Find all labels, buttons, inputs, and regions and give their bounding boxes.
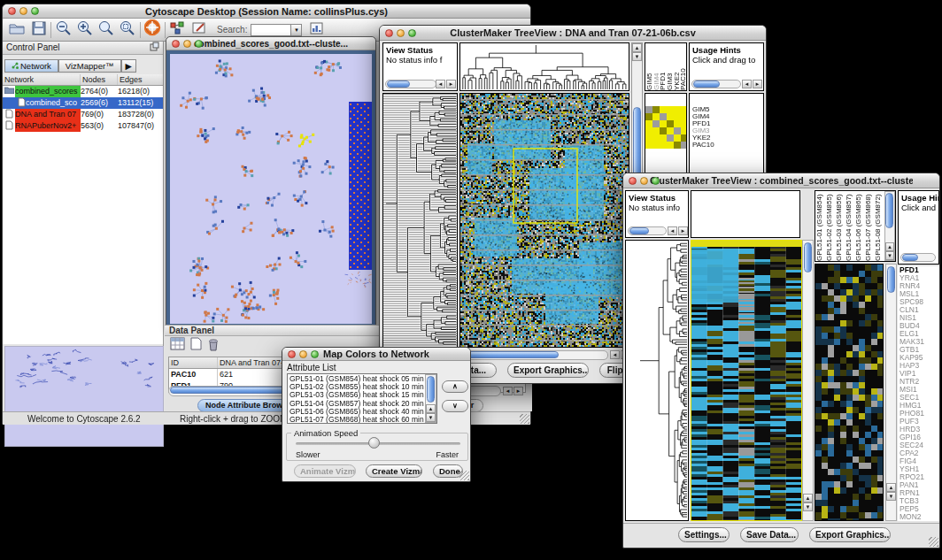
gene-label[interactable]: PAN1 <box>900 481 924 489</box>
matrix-cell[interactable] <box>652 142 660 149</box>
gene-label[interactable]: RNR4 <box>900 282 924 290</box>
column-dendrogram[interactable] <box>460 43 629 90</box>
gene-label[interactable]: CPA2 <box>900 449 924 457</box>
matrix-cell[interactable] <box>660 134 667 142</box>
col-network[interactable]: Network <box>3 74 81 85</box>
new-document-icon[interactable] <box>190 337 202 354</box>
matrix-cell[interactable] <box>674 120 681 127</box>
attribute-item[interactable]: GPL51-07 (GSM868) heat shock 60 min <box>290 416 424 424</box>
matrix-cell[interactable] <box>645 134 652 142</box>
sub-heatmap-canvas[interactable] <box>815 265 883 520</box>
tab-vizmapper[interactable]: VizMapper™ <box>58 59 121 73</box>
export-graphics-button[interactable]: Export Graphics... <box>809 527 891 542</box>
float-panel-icon[interactable] <box>150 42 159 55</box>
gene-label[interactable]: HRD3 <box>900 426 924 433</box>
matrix-cell[interactable] <box>652 120 660 127</box>
dialog-titlebar[interactable]: Map Colors to Network <box>282 348 470 361</box>
gene-label[interactable]: GPI16 <box>900 433 924 441</box>
matrix-cell[interactable] <box>660 127 667 134</box>
column-label[interactable]: GPL51-06 (GSM865) <box>855 192 865 261</box>
row-label[interactable]: PAC10 <box>692 142 714 149</box>
close-button[interactable] <box>629 177 637 185</box>
row-dendrogram[interactable] <box>383 94 457 347</box>
scroll-down-icon[interactable]: ▼ <box>885 251 894 260</box>
scroll-right-icon[interactable]: ► <box>678 226 688 235</box>
heatmap-hscrollbar[interactable] <box>459 350 608 360</box>
save-data-button[interactable]: Save Data... <box>740 527 799 542</box>
summary-matrix[interactable] <box>645 106 687 149</box>
gene-label[interactable]: NIS1 <box>900 314 924 322</box>
gene-label[interactable]: MSL1 <box>900 290 924 298</box>
column-dendrogram-panel[interactable] <box>691 190 800 238</box>
gene-list-vscrollbar[interactable]: ▲ ▼ <box>885 264 897 521</box>
row-dendrogram[interactable] <box>626 241 688 520</box>
minimize-button[interactable] <box>19 7 27 15</box>
scroll-left-icon[interactable]: ◄ <box>742 80 752 88</box>
gene-label[interactable]: SPC98 <box>900 298 924 306</box>
scroll-left-icon[interactable]: ◄ <box>610 350 620 359</box>
matrix-cell[interactable] <box>660 113 667 120</box>
matrix-cell[interactable] <box>645 142 652 149</box>
column-label[interactable]: GPL51-04 (GSM857) <box>845 192 855 261</box>
column-labels-vscrollbar[interactable]: ▲ ▼ <box>884 191 895 261</box>
trash-icon[interactable] <box>207 337 220 355</box>
main-titlebar[interactable]: Cytoscape Desktop (Session Name: collins… <box>3 4 530 19</box>
help-lifesaver-icon[interactable] <box>144 19 161 40</box>
minimize-button[interactable] <box>397 29 405 37</box>
matrix-cell[interactable] <box>652 127 660 134</box>
matrix-cell[interactable] <box>660 106 667 113</box>
done-button[interactable]: Done <box>433 464 463 478</box>
zoom-button[interactable] <box>311 350 319 358</box>
tabs-overflow-icon[interactable]: ▶ <box>121 59 136 73</box>
network-row[interactable]: RNAPuberNov2+ 563(0) 107847(0) <box>3 120 163 132</box>
usage-hints-hscrollbar[interactable] <box>900 253 936 262</box>
close-button[interactable] <box>288 350 296 358</box>
gene-label[interactable]: RPO21 <box>900 473 924 481</box>
zoom-button[interactable] <box>31 7 39 15</box>
column-label[interactable]: PAC10 <box>680 44 687 90</box>
resize-grip[interactable] <box>520 414 529 424</box>
gene-label[interactable]: PFD1 <box>900 266 924 274</box>
minimize-button[interactable] <box>640 177 648 185</box>
minimize-button[interactable] <box>299 350 307 358</box>
matrix-cell[interactable] <box>674 142 681 149</box>
matrix-cell[interactable] <box>674 134 681 142</box>
attribute-list-vscrollbar[interactable]: ▲ ▼ <box>425 374 436 423</box>
scroll-down-icon[interactable]: ▼ <box>803 502 813 511</box>
tab-network[interactable]: Network <box>4 59 58 73</box>
col-nodes[interactable]: Nodes <box>81 74 118 85</box>
zoom-button[interactable] <box>408 29 416 37</box>
gene-label[interactable]: BUD4 <box>900 322 924 330</box>
gene-label[interactable]: PUF3 <box>900 418 924 426</box>
gene-label[interactable]: FIG4 <box>900 457 924 465</box>
matrix-cell[interactable] <box>667 142 674 149</box>
gene-label[interactable]: GTB1 <box>900 346 924 354</box>
matrix-cell[interactable] <box>667 106 674 113</box>
scroll-up-icon[interactable]: ▲ <box>885 242 894 251</box>
matrix-cell[interactable] <box>681 127 687 134</box>
move-down-button[interactable]: ∨ <box>442 400 468 412</box>
gene-label[interactable]: YRA1 <box>900 274 924 282</box>
zoom-fit-icon[interactable] <box>119 19 136 40</box>
table-icon[interactable] <box>170 337 185 354</box>
animate-vizmap-button[interactable]: Animate Vizmap <box>294 464 356 478</box>
matrix-cell[interactable] <box>681 120 687 127</box>
network-table-header[interactable]: Network Nodes Edges <box>3 74 163 86</box>
network-row[interactable]: combined_scores 2764(0) 16218(0) <box>3 86 163 97</box>
matrix-cell[interactable] <box>681 113 687 120</box>
gene-labels[interactable]: PFD1YRA1RNR4MSL1SPC98CLN1NIS1BUD4ELG1MAK… <box>900 266 924 521</box>
heatmap-canvas[interactable] <box>460 94 629 347</box>
scroll-up-icon[interactable]: ▲ <box>632 43 642 52</box>
zoom-out-icon[interactable] <box>55 19 73 40</box>
column-labels[interactable]: GPL51-01 (GSM854)GPL51-02 (GSM855)GPL51-… <box>816 192 884 261</box>
resize-grip[interactable] <box>929 537 938 547</box>
col-edges[interactable]: Edges <box>118 74 162 85</box>
treeview2-titlebar[interactable]: ClusterMaker TreeView : combined_scores_… <box>623 173 939 188</box>
usage-hints-hscrollbar[interactable] <box>691 80 741 88</box>
matrix-cell[interactable] <box>645 113 652 120</box>
gene-label[interactable]: PHO81 <box>900 410 924 418</box>
column-label[interactable]: GIM3 <box>667 44 674 90</box>
matrix-cell[interactable] <box>645 106 652 113</box>
move-up-button[interactable]: ∧ <box>442 380 468 393</box>
network-row[interactable]: DNA and Tran 07 769(0) 183728(0) <box>3 109 163 120</box>
